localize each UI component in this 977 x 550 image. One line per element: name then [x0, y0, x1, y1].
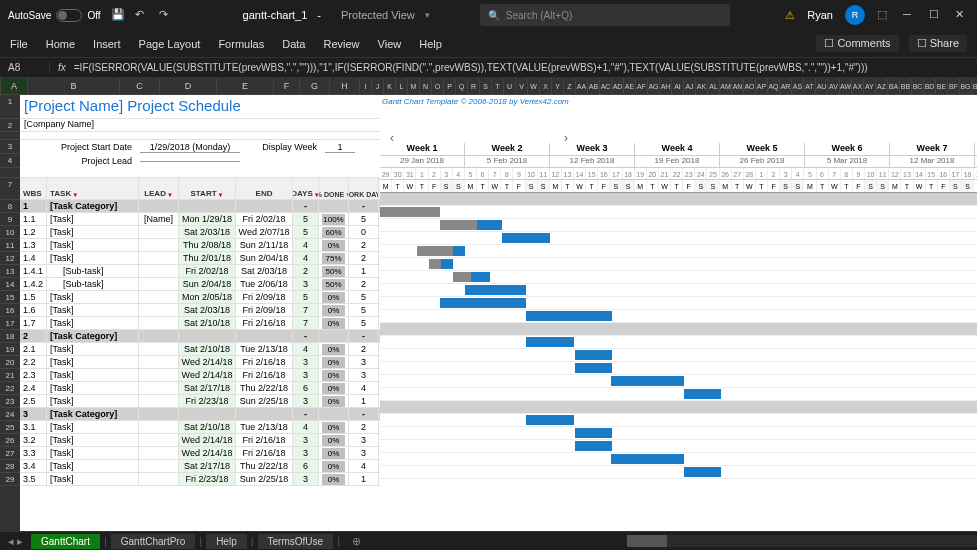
col-header[interactable]: AC — [600, 78, 612, 94]
formula-input[interactable]: =IF(ISERROR(VALUE(SUBSTITUTE(prevWBS,"."… — [74, 62, 868, 73]
chevron-down-icon[interactable]: ▾ — [425, 10, 430, 20]
protected-view-label[interactable]: Protected View — [341, 9, 415, 21]
minimize-icon[interactable]: ─ — [903, 8, 917, 22]
add-sheet-icon[interactable]: ⊕ — [344, 535, 369, 548]
ribbon-options-icon[interactable]: ⬚ — [877, 8, 891, 22]
share-button[interactable]: ☐ Share — [909, 35, 967, 52]
row-header[interactable]: 20 — [0, 356, 20, 369]
gantt-bar[interactable] — [575, 441, 612, 451]
col-header[interactable]: AA — [576, 78, 588, 94]
row-header[interactable]: 8 — [0, 200, 20, 213]
comments-button[interactable]: ☐ Comments — [816, 35, 898, 52]
gantt-bar[interactable] — [502, 233, 550, 243]
col-header[interactable]: BG — [960, 78, 972, 94]
col-header[interactable]: J — [372, 78, 384, 94]
col-header[interactable]: P — [444, 78, 456, 94]
col-header[interactable]: AZ — [876, 78, 888, 94]
gantt-bar[interactable] — [440, 298, 526, 308]
tab-data[interactable]: Data — [282, 38, 305, 50]
worksheet[interactable]: 1234789101112131415161718192021222324252… — [0, 95, 977, 531]
col-header[interactable]: AO — [744, 78, 756, 94]
col-header[interactable]: BF — [948, 78, 960, 94]
tab-insert[interactable]: Insert — [93, 38, 121, 50]
col-header[interactable]: BE — [936, 78, 948, 94]
col-header[interactable]: AT — [804, 78, 816, 94]
sheet-tab[interactable]: Help — [206, 534, 247, 549]
gantt-bar[interactable] — [526, 415, 574, 425]
col-header[interactable]: Z — [564, 78, 576, 94]
col-header[interactable]: AL — [708, 78, 720, 94]
col-header[interactable]: AQ — [768, 78, 780, 94]
col-header[interactable]: S — [480, 78, 492, 94]
col-header[interactable]: BB — [900, 78, 912, 94]
row-header[interactable]: 26 — [0, 434, 20, 447]
col-header[interactable]: BC — [912, 78, 924, 94]
row-header[interactable]: 9 — [0, 213, 20, 226]
row-header[interactable]: 14 — [0, 278, 20, 291]
warning-icon[interactable]: ⚠ — [785, 9, 795, 22]
col-header[interactable]: AS — [792, 78, 804, 94]
fx-icon[interactable]: fx — [50, 62, 74, 73]
gantt-bar[interactable] — [575, 363, 612, 373]
sheet-tab[interactable]: TermsOfUse — [258, 534, 334, 549]
col-header[interactable]: A — [1, 78, 28, 94]
row-header[interactable]: 16 — [0, 304, 20, 317]
col-header[interactable]: AW — [840, 78, 852, 94]
tab-review[interactable]: Review — [323, 38, 359, 50]
col-header[interactable]: AV — [828, 78, 840, 94]
redo-icon[interactable]: ↷ — [159, 8, 173, 22]
gantt-bar[interactable] — [526, 311, 612, 321]
row-header[interactable]: 25 — [0, 421, 20, 434]
tab-home[interactable]: Home — [46, 38, 75, 50]
col-header[interactable]: C — [120, 78, 160, 94]
row-header[interactable]: 19 — [0, 343, 20, 356]
company-name[interactable]: [Company Name] — [20, 119, 98, 131]
row-header[interactable]: 15 — [0, 291, 20, 304]
col-header[interactable]: F — [274, 78, 300, 94]
autosave-toggle[interactable]: AutoSave Off — [8, 9, 101, 22]
row-header[interactable]: 28 — [0, 460, 20, 473]
tab-view[interactable]: View — [378, 38, 402, 50]
col-header[interactable]: H — [330, 78, 360, 94]
col-header[interactable]: AG — [648, 78, 660, 94]
col-header[interactable]: R — [468, 78, 480, 94]
col-header[interactable]: T — [492, 78, 504, 94]
col-header[interactable]: N — [420, 78, 432, 94]
col-header[interactable]: AF — [636, 78, 648, 94]
row-header[interactable]: 22 — [0, 382, 20, 395]
row-header[interactable]: 18 — [0, 330, 20, 343]
row-header[interactable]: 12 — [0, 252, 20, 265]
col-header[interactable]: AY — [864, 78, 876, 94]
tab-file[interactable]: File — [10, 38, 28, 50]
gantt-bar[interactable] — [611, 376, 684, 386]
row-header[interactable]: 21 — [0, 369, 20, 382]
undo-icon[interactable]: ↶ — [135, 8, 149, 22]
col-header[interactable]: BD — [924, 78, 936, 94]
col-header[interactable]: B — [28, 78, 120, 94]
col-header[interactable]: AM — [720, 78, 732, 94]
row-header[interactable]: 17 — [0, 317, 20, 330]
col-header[interactable]: AH — [660, 78, 672, 94]
col-header[interactable]: Q — [456, 78, 468, 94]
col-header[interactable]: AE — [624, 78, 636, 94]
sheet-tab[interactable]: GanttChartPro — [111, 534, 195, 549]
row-headers[interactable]: 1234789101112131415161718192021222324252… — [0, 95, 20, 531]
col-header[interactable]: K — [384, 78, 396, 94]
col-header[interactable]: AR — [780, 78, 792, 94]
gantt-bar[interactable] — [684, 389, 721, 399]
close-icon[interactable]: ✕ — [955, 8, 969, 22]
user-name[interactable]: Ryan — [807, 9, 833, 21]
display-week-value[interactable]: 1 — [325, 142, 355, 153]
col-header[interactable]: G — [300, 78, 330, 94]
col-header[interactable]: AX — [852, 78, 864, 94]
col-header[interactable]: AK — [696, 78, 708, 94]
horizontal-scrollbar[interactable] — [627, 535, 977, 547]
col-header[interactable]: AN — [732, 78, 744, 94]
tab-last-icon[interactable]: ▸ — [17, 535, 23, 548]
col-header[interactable]: AP — [756, 78, 768, 94]
col-header[interactable]: Y — [552, 78, 564, 94]
avatar[interactable]: R — [845, 5, 865, 25]
project-lead-value[interactable] — [140, 161, 240, 162]
project-title[interactable]: [Project Name] Project Schedule — [20, 95, 245, 118]
tab-formulas[interactable]: Formulas — [218, 38, 264, 50]
